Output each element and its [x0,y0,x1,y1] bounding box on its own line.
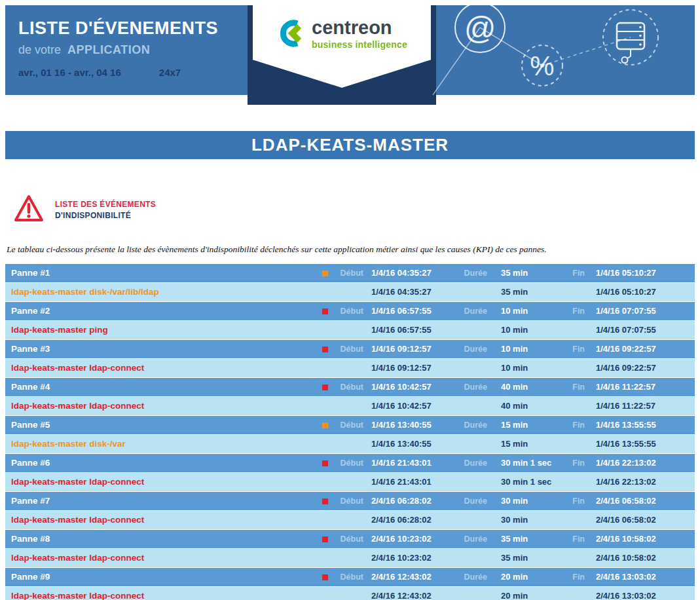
kpi-name: ldap-keats-master disk-/var/lib/ldap [5,287,317,297]
centreon-logo-text: centreon business intelligence [312,18,407,50]
svg-text:%: % [530,50,554,81]
label-start: Début [333,307,363,316]
label-start: Début [333,459,363,468]
event-name: Panne #8 [5,534,317,544]
label-duration: Durée [458,307,487,316]
kpi-name: ldap-keats-master ping [5,325,317,335]
kpi-name: ldap-keats-master ldap-connect [5,363,317,373]
logo-tagline: business intelligence [312,39,407,50]
end-time: 1/4/16 09:22:57 [585,363,695,373]
unavailability-section-header: LISTE DES ÉVÉNEMENTS D'INDISPONIBILITÉ [5,195,695,225]
report-meta: avr., 01 16 - avr., 04 16 24x7 [18,67,218,78]
duration-value: 35 min [487,268,559,278]
severity-square-icon [322,574,328,580]
severity-square-icon [322,536,328,542]
duration-value: 30 min 1 sec [487,458,559,468]
centreon-logo-icon [276,18,306,51]
severity-square [317,533,333,545]
subtitle-prefix: de votre [18,43,61,56]
kpi-row: ldap-keats-master disk-/var/lib/ldap1/4/… [5,283,695,301]
header-decoration: @ % [413,5,695,95]
duration-value: 35 min [487,534,559,544]
start-time: 1/4/16 10:42:57 [363,382,458,392]
event-row: Panne #3Début1/4/16 09:12:57Durée10 minF… [5,340,695,358]
severity-square-icon [322,422,328,428]
start-time: 1/4/16 21:43:01 [363,477,458,487]
subtitle-application: APPLICATION [67,43,150,56]
label-end: Fin [559,497,585,506]
label-duration: Durée [458,383,487,392]
start-time: 1/4/16 21:43:01 [363,458,458,468]
end-time: 1/4/16 13:55:55 [585,439,695,449]
report-title: LISTE D'ÉVENEMENTS [18,18,218,39]
server-icon [603,10,658,65]
label-end: Fin [559,421,585,430]
severity-square-icon [322,271,328,276]
report-header: LISTE D'ÉVENEMENTS de votreAPPLICATION a… [5,5,695,95]
start-time: 1/4/16 09:12:57 [363,344,458,354]
duration-value: 10 min [487,306,559,316]
label-duration: Durée [458,459,487,468]
end-time: 1/4/16 13:55:55 [585,420,695,430]
label-duration: Durée [458,345,487,354]
event-row: Panne #2Début1/4/16 06:57:55Durée10 minF… [5,302,695,320]
end-time: 2/4/16 06:58:02 [585,496,695,506]
start-time: 2/4/16 12:43:02 [363,572,458,582]
section-label-line2: D'INDISPONIBILITÉ [55,211,156,220]
end-time: 1/4/16 05:10:27 [585,268,695,278]
duration-value: 10 min [487,363,559,373]
label-start: Début [333,572,363,582]
severity-square-icon [322,498,328,504]
label-duration: Durée [458,421,487,430]
report-schedule: 24x7 [159,67,181,78]
warning-triangle-icon [13,194,45,225]
kpi-name: ldap-keats-master ldap-connect [5,401,317,411]
severity-square [317,457,333,469]
event-row: Panne #5Début1/4/16 13:40:55Durée15 minF… [5,416,695,434]
severity-square-icon [322,460,328,466]
event-row: Panne #8Début2/4/16 10:23:02Durée35 minF… [5,530,695,548]
start-time: 1/4/16 04:35:27 [363,268,458,278]
report-period: avr., 01 16 - avr., 04 16 [18,67,121,78]
severity-square [317,381,333,393]
kpi-name: ldap-keats-master ldap-connect [5,515,317,525]
kpi-name: ldap-keats-master disk-/var [5,439,317,449]
kpi-name: ldap-keats-master ldap-connect [5,591,317,600]
duration-value: 30 min 1 sec [487,477,559,487]
kpi-row: ldap-keats-master ldap-connect2/4/16 10:… [5,549,695,567]
logo-name: centreon [312,18,407,37]
event-row: Panne #7Début2/4/16 06:28:02Durée30 minF… [5,492,695,510]
event-name: Panne #9 [5,572,317,582]
kpi-row: ldap-keats-master ldap-connect1/4/16 09:… [5,359,695,377]
kpi-row: ldap-keats-master ldap-connect1/4/16 21:… [5,473,695,491]
svg-text:@: @ [464,10,496,45]
label-end: Fin [559,534,585,544]
end-time: 1/4/16 07:07:55 [585,306,695,316]
severity-square [317,571,333,583]
start-time: 2/4/16 06:28:02 [363,496,458,506]
event-row: Panne #9Début2/4/16 12:43:02Durée20 minF… [5,568,695,586]
label-start: Début [333,345,363,354]
start-time: 1/4/16 06:57:55 [363,306,458,316]
start-time: 2/4/16 10:23:02 [363,553,458,563]
event-name: Panne #2 [5,306,317,316]
severity-square [317,305,333,317]
label-duration: Durée [458,572,487,582]
duration-value: 20 min [487,572,559,582]
severity-square [317,267,333,279]
end-time: 1/4/16 07:07:55 [585,325,695,335]
kpi-row: ldap-keats-master ping1/4/16 06:57:5510 … [5,321,695,339]
kpi-name: ldap-keats-master ldap-connect [5,553,317,563]
application-title: LDAP-KEATS-MASTER [251,135,449,155]
start-time: 1/4/16 10:42:57 [363,401,458,411]
duration-value: 40 min [487,382,559,392]
event-name: Panne #6 [5,458,317,468]
event-name: Panne #1 [5,268,317,278]
section-label: LISTE DES ÉVÉNEMENTS D'INDISPONIBILITÉ [55,200,156,220]
label-duration: Durée [458,534,487,544]
end-time: 2/4/16 10:58:02 [585,534,695,544]
at-icon: @ [455,5,505,52]
kpi-row: ldap-keats-master disk-/var1/4/16 13:40:… [5,435,695,453]
duration-value: 40 min [487,401,559,411]
label-start: Début [333,497,363,506]
